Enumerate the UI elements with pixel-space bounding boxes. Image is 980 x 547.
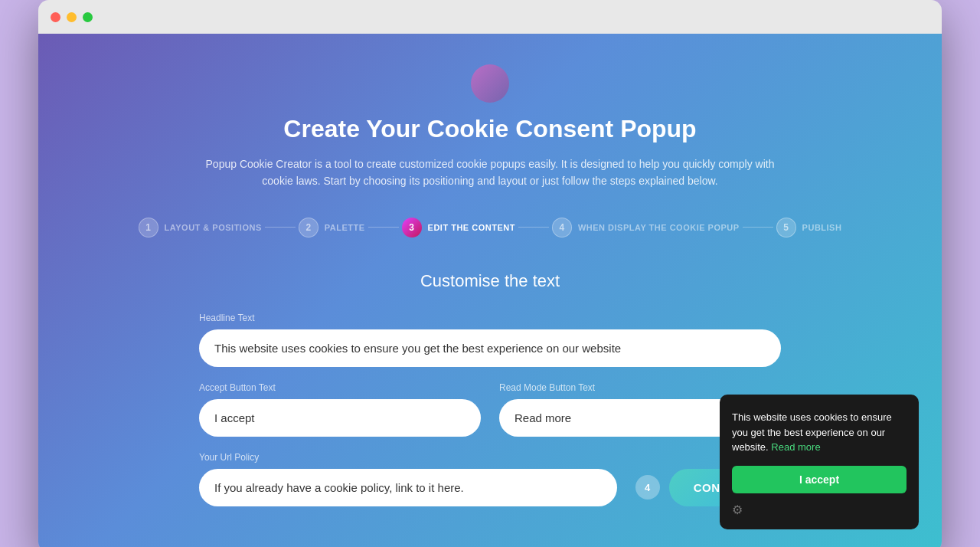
cookie-popup-footer: ⚙ — [732, 503, 906, 517]
step-5[interactable]: 5 PUBLISH — [776, 218, 842, 237]
step-4[interactable]: 4 WHEN DISPLAY THE COOKIE POPUP — [552, 218, 740, 237]
step-3[interactable]: 3 EDIT THE CONTENT — [402, 218, 515, 237]
cookie-accept-button[interactable]: I accept — [732, 466, 906, 493]
step-connector-4 — [743, 227, 773, 228]
continue-step-badge: 4 — [635, 475, 660, 500]
step-1[interactable]: 1 LAYOUT & POSITIONS — [139, 218, 262, 237]
browser-window: Create Your Cookie Consent Popup Popup C… — [38, 0, 942, 547]
url-field-group: Your Url Policy — [199, 452, 617, 506]
headline-label: Headline Text — [199, 313, 781, 323]
bottom-row: Your Url Policy 4 CONTINUE — [199, 452, 781, 506]
step-3-label: EDIT THE CONTENT — [428, 223, 515, 232]
step-4-number: 4 — [552, 218, 572, 237]
section-title: Customise the text — [84, 271, 896, 291]
step-2[interactable]: 2 PALETTE — [299, 218, 365, 237]
form-container: Headline Text Accept Button Text Read Mo… — [199, 313, 781, 506]
step-1-label: LAYOUT & POSITIONS — [165, 223, 262, 232]
logo-circle — [471, 64, 509, 103]
close-button[interactable] — [51, 12, 60, 22]
steps-nav: 1 LAYOUT & POSITIONS 2 PALETTE 3 EDIT TH… — [84, 218, 896, 237]
maximize-button[interactable] — [83, 12, 93, 22]
step-1-number: 1 — [139, 218, 158, 237]
step-3-number: 3 — [402, 218, 422, 237]
step-connector-3 — [518, 227, 549, 228]
read-more-label: Read Mode Button Text — [499, 382, 781, 393]
step-5-label: PUBLISH — [802, 223, 842, 232]
cookie-popup-preview: This website uses cookies to ensure you … — [720, 395, 919, 529]
cookie-read-more-link[interactable]: Read more — [771, 441, 820, 453]
cookie-popup-text: This website uses cookies to ensure you … — [732, 410, 906, 455]
step-connector-1 — [265, 227, 296, 228]
logo-icon — [84, 64, 896, 103]
accept-label: Accept Button Text — [199, 382, 481, 393]
url-input[interactable] — [199, 469, 617, 506]
page-title: Create Your Cookie Consent Popup — [84, 115, 896, 143]
gear-icon: ⚙ — [732, 503, 743, 517]
minimize-button[interactable] — [67, 12, 77, 22]
step-4-label: WHEN DISPLAY THE COOKIE POPUP — [578, 223, 740, 232]
accept-input[interactable] — [199, 399, 481, 437]
step-5-number: 5 — [776, 218, 796, 237]
headline-input[interactable] — [199, 329, 781, 367]
two-col-row: Accept Button Text Read Mode Button Text — [199, 382, 781, 452]
page-subtitle: Popup Cookie Creator is a tool to create… — [199, 156, 781, 190]
step-connector-2 — [368, 227, 399, 228]
browser-titlebar — [38, 0, 942, 34]
step-2-label: PALETTE — [325, 223, 365, 232]
url-label: Your Url Policy — [199, 452, 617, 463]
main-content: Create Your Cookie Consent Popup Popup C… — [38, 34, 942, 547]
step-2-number: 2 — [299, 218, 318, 237]
accept-field-group: Accept Button Text — [199, 382, 481, 437]
headline-field-group: Headline Text — [199, 313, 781, 367]
